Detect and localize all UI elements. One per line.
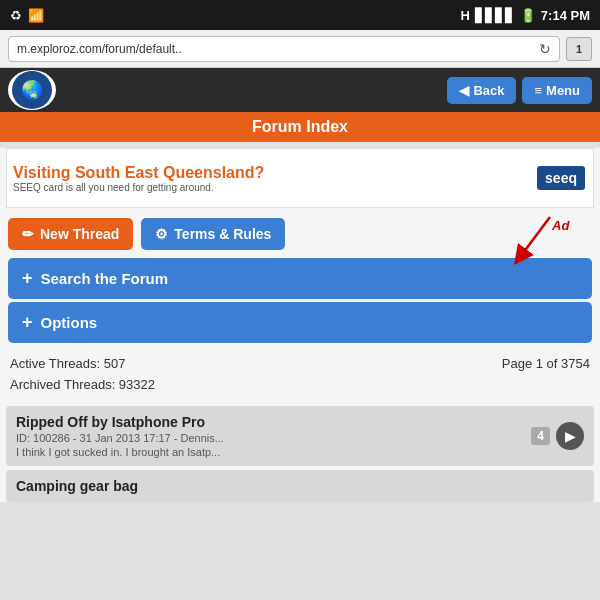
url-box[interactable]: m.exploroz.com/forum/default.. ↻	[8, 36, 560, 62]
svg-line-1	[520, 217, 550, 257]
search-options-row: + Search the Forum + Options	[8, 258, 592, 343]
action-buttons-row: ✏ New Thread ⚙ Terms & Rules Ad	[0, 212, 600, 256]
ad-sub-text: SEEQ card is all you need for getting ar…	[13, 182, 264, 193]
battery-icon: 🔋	[520, 8, 536, 23]
forum-index-title-bar: Forum Index	[0, 112, 600, 142]
search-plus-icon: +	[22, 268, 33, 289]
options-button[interactable]: + Options	[8, 302, 592, 343]
wifi-icon: 📶	[28, 8, 44, 23]
thread-content-2: Camping gear bag	[16, 478, 584, 494]
ad-logo: seeq	[537, 166, 585, 190]
thread-stats: Active Threads: 507 Page 1 of 3754 Archi…	[0, 346, 600, 402]
archived-threads-stat: Archived Threads: 93322	[10, 375, 590, 396]
back-label: Back	[473, 83, 504, 98]
new-thread-button[interactable]: ✏ New Thread	[8, 218, 133, 250]
ad-banner: Visiting South East Queensland? SEEQ car…	[6, 148, 594, 208]
url-text: m.exploroz.com/forum/default..	[17, 42, 182, 56]
thread-right: 4 ▶	[531, 422, 584, 450]
thread-item-2[interactable]: Camping gear bag	[6, 470, 594, 502]
ad-main-text: Visiting South East Queensland?	[13, 164, 264, 182]
menu-label: Menu	[546, 83, 580, 98]
recycle-icon: ♻	[10, 8, 22, 23]
status-bar: ♻ 📶 H ▋▋▋▋ 🔋 7:14 PM	[0, 0, 600, 30]
svg-text:Ad: Ad	[551, 218, 570, 233]
signal-label: H	[460, 8, 469, 23]
thread-arrow-button[interactable]: ▶	[556, 422, 584, 450]
menu-lines-icon: ≡	[534, 83, 542, 98]
back-arrow-icon: ◀	[459, 83, 469, 98]
page-stat: Page 1 of 3754	[502, 354, 590, 375]
nav-bar: 🌏 ◀ Back ≡ Menu	[0, 68, 600, 112]
terms-icon: ⚙	[155, 226, 168, 242]
terms-label: Terms & Rules	[174, 226, 271, 242]
logo: 🌏	[8, 70, 56, 110]
address-bar: m.exploroz.com/forum/default.. ↻ 1	[0, 30, 600, 68]
active-threads-stat: Active Threads: 507	[10, 354, 125, 375]
status-right: H ▋▋▋▋ 🔋 7:14 PM	[460, 8, 590, 23]
reply-count-badge: 4	[531, 427, 550, 445]
time-display: 7:14 PM	[541, 8, 590, 23]
logo-map-icon: 🌏	[21, 79, 43, 101]
new-thread-icon: ✏	[22, 226, 34, 242]
thread-content: Ripped Off by Isatphone Pro ID: 100286 -…	[16, 414, 531, 458]
nav-buttons: ◀ Back ≡ Menu	[447, 77, 592, 104]
status-left-icons: ♻ 📶	[10, 8, 44, 23]
thread-title-2: Camping gear bag	[16, 478, 584, 494]
thread-title: Ripped Off by Isatphone Pro	[16, 414, 531, 430]
stats-row-1: Active Threads: 507 Page 1 of 3754	[10, 354, 590, 375]
new-thread-label: New Thread	[40, 226, 119, 242]
search-forum-label: Search the Forum	[41, 270, 169, 287]
thread-item[interactable]: Ripped Off by Isatphone Pro ID: 100286 -…	[6, 406, 594, 466]
options-plus-icon: +	[22, 312, 33, 333]
terms-rules-button[interactable]: ⚙ Terms & Rules	[141, 218, 285, 250]
thread-preview: I think I got sucked in. I brought an Is…	[16, 446, 531, 458]
back-button[interactable]: ◀ Back	[447, 77, 516, 104]
thread-meta: ID: 100286 - 31 Jan 2013 17:17 - Dennis.…	[16, 432, 531, 444]
logo-inner: 🌏	[12, 71, 52, 109]
search-forum-button[interactable]: + Search the Forum	[8, 258, 592, 299]
options-label: Options	[41, 314, 98, 331]
signal-strength-icon: ▋▋▋▋	[475, 8, 515, 23]
menu-button[interactable]: ≡ Menu	[522, 77, 592, 104]
forum-index-title: Forum Index	[252, 118, 348, 135]
refresh-icon[interactable]: ↻	[539, 41, 551, 57]
content-area: Visiting South East Queensland? SEEQ car…	[0, 148, 600, 502]
tabs-button[interactable]: 1	[566, 37, 592, 61]
ad-text-block: Visiting South East Queensland? SEEQ car…	[13, 164, 264, 193]
